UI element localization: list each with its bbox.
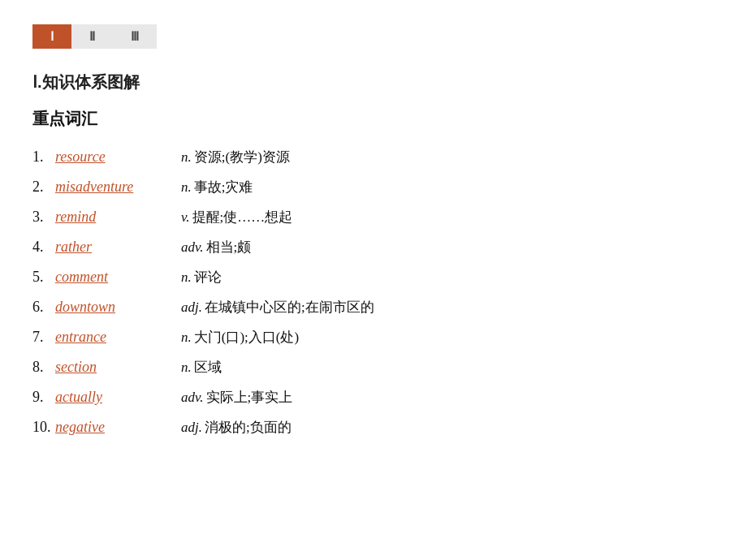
vocab-num: 4. xyxy=(32,236,55,258)
vocab-num: 9. xyxy=(32,386,55,408)
vocab-def: 评论 xyxy=(194,267,222,288)
vocab-word: negative xyxy=(55,416,181,438)
vocab-def: 实际上;事实上 xyxy=(206,387,293,408)
list-item: 3.remindv.提醒;使……想起 xyxy=(32,206,715,228)
vocab-num: 8. xyxy=(32,356,55,378)
vocab-num: 3. xyxy=(32,206,55,228)
list-item: 7.entrancen.大门(口);入口(处) xyxy=(32,326,715,348)
vocab-heading: 重点词汇 xyxy=(32,108,715,130)
list-item: 4.ratheradv.相当;颇 xyxy=(32,236,715,258)
vocab-pos: adv. xyxy=(181,387,204,408)
vocab-pos: n. xyxy=(181,267,192,288)
tab-3[interactable]: Ⅲ xyxy=(113,24,157,49)
vocab-def: 相当;颇 xyxy=(206,237,252,258)
list-item: 10.negativeadj.消极的;负面的 xyxy=(32,416,715,438)
vocab-num: 2. xyxy=(32,176,55,198)
vocab-word: comment xyxy=(55,266,181,288)
vocab-word: remind xyxy=(55,206,181,228)
vocab-pos: n. xyxy=(181,177,192,198)
vocab-pos: adj. xyxy=(181,297,202,318)
vocab-def: 区域 xyxy=(194,357,222,378)
list-item: 6.downtownadj.在城镇中心区的;在闹市区的 xyxy=(32,296,715,318)
vocab-pos: n. xyxy=(181,147,192,168)
vocab-num: 7. xyxy=(32,326,55,348)
tab-2[interactable]: Ⅱ xyxy=(71,24,113,49)
vocab-def: 事故;灾难 xyxy=(194,177,253,198)
vocab-pos: adv. xyxy=(181,237,204,258)
vocab-num: 5. xyxy=(32,266,55,288)
vocab-word: misadventure xyxy=(55,176,181,198)
vocab-word: section xyxy=(55,356,181,378)
vocab-word: rather xyxy=(55,236,181,258)
vocab-pos: n. xyxy=(181,327,192,348)
vocab-pos: n. xyxy=(181,357,192,378)
vocab-num: 6. xyxy=(32,296,55,318)
list-item: 2.misadventuren.事故;灾难 xyxy=(32,176,715,198)
vocab-def: 提醒;使……想起 xyxy=(192,207,293,228)
section-title: Ⅰ.知识体系图解 xyxy=(32,71,715,93)
tabs-row: Ⅰ Ⅱ Ⅲ xyxy=(32,24,715,49)
vocab-pos: adj. xyxy=(181,417,202,438)
vocab-def: 资源;(教学)资源 xyxy=(194,147,290,168)
vocab-list: 1.resourcen.资源;(教学)资源2.misadventuren.事故;… xyxy=(32,146,715,438)
vocab-num: 1. xyxy=(32,146,55,168)
list-item: 1.resourcen.资源;(教学)资源 xyxy=(32,146,715,168)
vocab-def: 在城镇中心区的;在闹市区的 xyxy=(205,297,374,318)
vocab-word: entrance xyxy=(55,326,181,348)
vocab-word: resource xyxy=(55,146,181,168)
list-item: 5.commentn.评论 xyxy=(32,266,715,288)
vocab-pos: v. xyxy=(181,207,190,228)
vocab-def: 消极的;负面的 xyxy=(205,417,291,438)
tab-1[interactable]: Ⅰ xyxy=(32,24,71,49)
vocab-word: downtown xyxy=(55,296,181,318)
vocab-def: 大门(口);入口(处) xyxy=(194,327,299,348)
vocab-word: actually xyxy=(55,386,181,408)
vocab-num: 10. xyxy=(32,416,55,438)
list-item: 9.actuallyadv.实际上;事实上 xyxy=(32,386,715,408)
list-item: 8.sectionn.区域 xyxy=(32,356,715,378)
page-container: Ⅰ Ⅱ Ⅲ Ⅰ.知识体系图解 重点词汇 1.resourcen.资源;(教学)资… xyxy=(0,0,747,560)
